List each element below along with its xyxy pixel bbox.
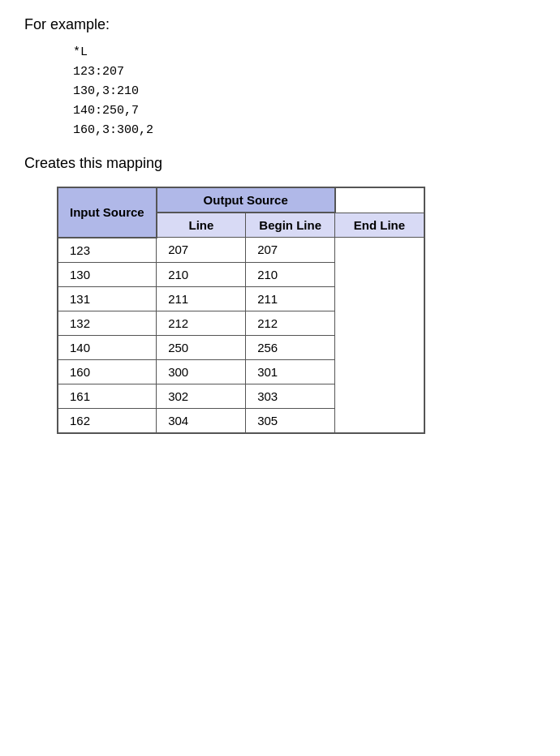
cell-end-2: 211 — [246, 286, 335, 311]
cell-begin-2: 211 — [157, 286, 246, 311]
subheader-line: Line — [157, 213, 246, 238]
table-row: 160300301 — [58, 359, 424, 384]
code-block: *L 123:207 130,3:210 140:250,7 160,3:300… — [73, 43, 536, 140]
cell-input-2: 131 — [58, 286, 157, 311]
cell-begin-4: 250 — [157, 335, 246, 359]
header-output-source: Output Source — [157, 187, 335, 213]
table-wrapper: Input Source Output Source Line Begin Li… — [57, 187, 536, 434]
cell-begin-5: 300 — [157, 359, 246, 384]
table-row: 161302303 — [58, 384, 424, 408]
cell-begin-6: 302 — [157, 384, 246, 408]
cell-input-6: 161 — [58, 384, 157, 408]
code-line-4: 140:250,7 — [73, 101, 536, 121]
subheader-end: End Line — [335, 213, 424, 238]
cell-end-0: 207 — [246, 238, 335, 263]
cell-end-5: 301 — [246, 359, 335, 384]
cell-input-0: 123 — [58, 238, 157, 263]
code-line-1: *L — [73, 43, 536, 62]
cell-input-7: 162 — [58, 408, 157, 433]
subheader-begin: Begin Line — [246, 213, 335, 238]
cell-begin-7: 304 — [157, 408, 246, 433]
code-line-5: 160,3:300,2 — [73, 121, 536, 140]
cell-end-7: 305 — [246, 408, 335, 433]
code-line-2: 123:207 — [73, 62, 536, 82]
table-row: 131211211 — [58, 286, 424, 311]
cell-end-1: 210 — [246, 262, 335, 286]
cell-end-3: 212 — [246, 311, 335, 335]
cell-end-6: 303 — [246, 384, 335, 408]
header-input-source: Input Source — [58, 187, 157, 238]
cell-input-3: 132 — [58, 311, 157, 335]
cell-end-4: 256 — [246, 335, 335, 359]
code-line-3: 130,3:210 — [73, 82, 536, 101]
table-row: 140250256 — [58, 335, 424, 359]
cell-input-5: 160 — [58, 359, 157, 384]
table-row: 130210210 — [58, 262, 424, 286]
cell-begin-1: 210 — [157, 262, 246, 286]
table-row: 132212212 — [58, 311, 424, 335]
cell-input-4: 140 — [58, 335, 157, 359]
cell-begin-0: 207 — [157, 238, 246, 263]
cell-input-1: 130 — [58, 262, 157, 286]
table-row: 162304305 — [58, 408, 424, 433]
mapping-label: Creates this mapping — [24, 155, 536, 172]
table-row: 123207207 — [58, 238, 424, 263]
cell-begin-3: 212 — [157, 311, 246, 335]
intro-text: For example: — [24, 16, 536, 33]
mapping-table: Input Source Output Source Line Begin Li… — [57, 187, 425, 434]
